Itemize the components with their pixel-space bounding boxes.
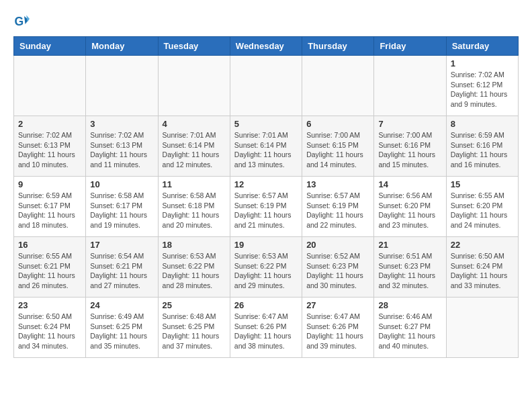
day-number: 13 [306, 179, 369, 189]
calendar-day-cell: 26Sunrise: 6:47 AM Sunset: 6:26 PM Dayli… [230, 298, 302, 358]
day-number: 17 [90, 240, 153, 250]
day-number: 15 [451, 179, 514, 189]
day-number: 3 [90, 119, 153, 129]
day-number: 25 [163, 300, 226, 310]
day-info: Sunrise: 7:01 AM Sunset: 6:14 PM Dayligh… [163, 130, 226, 170]
calendar-day-cell: 18Sunrise: 6:53 AM Sunset: 6:22 PM Dayli… [158, 237, 230, 298]
calendar-day-cell: 12Sunrise: 6:57 AM Sunset: 6:19 PM Dayli… [230, 177, 302, 237]
day-number: 28 [378, 300, 441, 310]
day-info: Sunrise: 6:51 AM Sunset: 6:23 PM Dayligh… [378, 251, 441, 291]
day-number: 26 [234, 300, 298, 310]
calendar-day-cell: 28Sunrise: 6:46 AM Sunset: 6:27 PM Dayli… [374, 298, 446, 358]
calendar-day-cell: 24Sunrise: 6:49 AM Sunset: 6:25 PM Dayli… [86, 298, 158, 358]
calendar-day-cell: 25Sunrise: 6:48 AM Sunset: 6:25 PM Dayli… [158, 298, 230, 358]
day-info: Sunrise: 7:02 AM Sunset: 6:12 PM Dayligh… [451, 70, 514, 109]
calendar-week-row: 16Sunrise: 6:55 AM Sunset: 6:21 PM Dayli… [14, 237, 519, 298]
day-number: 4 [163, 119, 226, 129]
day-number: 24 [90, 300, 153, 310]
day-info: Sunrise: 6:55 AM Sunset: 6:21 PM Dayligh… [18, 251, 81, 291]
calendar-table: SundayMondayTuesdayWednesdayThursdayFrid… [13, 36, 519, 358]
calendar-day-cell: 8Sunrise: 6:59 AM Sunset: 6:16 PM Daylig… [446, 116, 518, 177]
day-number: 2 [18, 119, 81, 129]
calendar-week-row: 9Sunrise: 6:59 AM Sunset: 6:17 PM Daylig… [14, 177, 519, 237]
calendar-day-cell: 7Sunrise: 7:00 AM Sunset: 6:16 PM Daylig… [374, 116, 446, 177]
day-of-week-header: Tuesday [158, 37, 230, 56]
day-info: Sunrise: 6:58 AM Sunset: 6:18 PM Dayligh… [163, 191, 226, 230]
calendar-day-cell: 27Sunrise: 6:47 AM Sunset: 6:26 PM Dayli… [302, 298, 374, 358]
calendar-day-cell: 19Sunrise: 6:53 AM Sunset: 6:22 PM Dayli… [230, 237, 302, 298]
day-number: 21 [378, 240, 441, 250]
calendar-day-cell: 2Sunrise: 7:02 AM Sunset: 6:13 PM Daylig… [14, 116, 86, 177]
calendar-day-cell: 5Sunrise: 7:01 AM Sunset: 6:14 PM Daylig… [230, 116, 302, 177]
day-info: Sunrise: 6:56 AM Sunset: 6:20 PM Dayligh… [378, 191, 441, 230]
day-number: 20 [306, 240, 369, 250]
logo: G [13, 13, 32, 30]
day-info: Sunrise: 6:59 AM Sunset: 6:17 PM Dayligh… [18, 191, 81, 230]
calendar-day-cell [446, 298, 518, 358]
day-number: 22 [451, 240, 514, 250]
calendar-day-cell: 11Sunrise: 6:58 AM Sunset: 6:18 PM Dayli… [158, 177, 230, 237]
day-info: Sunrise: 7:01 AM Sunset: 6:14 PM Dayligh… [234, 130, 298, 170]
calendar-day-cell [86, 56, 158, 116]
calendar-day-cell [374, 56, 446, 116]
day-number: 23 [18, 300, 81, 310]
day-info: Sunrise: 6:58 AM Sunset: 6:17 PM Dayligh… [90, 191, 153, 230]
day-info: Sunrise: 6:55 AM Sunset: 6:20 PM Dayligh… [451, 191, 514, 230]
calendar-day-cell: 15Sunrise: 6:55 AM Sunset: 6:20 PM Dayli… [446, 177, 518, 237]
day-of-week-header: Friday [374, 37, 446, 56]
day-of-week-header: Wednesday [230, 37, 302, 56]
day-number: 11 [163, 179, 226, 189]
day-number: 27 [306, 300, 369, 310]
calendar-day-cell: 14Sunrise: 6:56 AM Sunset: 6:20 PM Dayli… [374, 177, 446, 237]
day-info: Sunrise: 6:47 AM Sunset: 6:26 PM Dayligh… [234, 312, 298, 351]
day-info: Sunrise: 6:52 AM Sunset: 6:23 PM Dayligh… [306, 251, 369, 291]
day-info: Sunrise: 6:50 AM Sunset: 6:24 PM Dayligh… [451, 251, 514, 291]
day-info: Sunrise: 6:49 AM Sunset: 6:25 PM Dayligh… [90, 312, 153, 351]
day-info: Sunrise: 7:00 AM Sunset: 6:16 PM Dayligh… [378, 130, 441, 170]
day-info: Sunrise: 6:47 AM Sunset: 6:26 PM Dayligh… [306, 312, 369, 351]
calendar-day-cell: 16Sunrise: 6:55 AM Sunset: 6:21 PM Dayli… [14, 237, 86, 298]
day-info: Sunrise: 6:57 AM Sunset: 6:19 PM Dayligh… [306, 191, 369, 230]
calendar-day-cell [230, 56, 302, 116]
calendar-day-cell: 3Sunrise: 7:02 AM Sunset: 6:13 PM Daylig… [86, 116, 158, 177]
calendar-day-cell: 10Sunrise: 6:58 AM Sunset: 6:17 PM Dayli… [86, 177, 158, 237]
day-number: 18 [163, 240, 226, 250]
day-info: Sunrise: 6:53 AM Sunset: 6:22 PM Dayligh… [234, 251, 298, 291]
calendar-week-row: 1Sunrise: 7:02 AM Sunset: 6:12 PM Daylig… [14, 56, 519, 116]
page-header: G [13, 13, 519, 30]
calendar-day-cell: 6Sunrise: 7:00 AM Sunset: 6:15 PM Daylig… [302, 116, 374, 177]
day-number: 12 [234, 179, 298, 189]
day-number: 19 [234, 240, 298, 250]
calendar-day-cell: 22Sunrise: 6:50 AM Sunset: 6:24 PM Dayli… [446, 237, 518, 298]
day-number: 1 [451, 58, 514, 68]
day-number: 6 [306, 119, 369, 129]
calendar-week-row: 23Sunrise: 6:50 AM Sunset: 6:24 PM Dayli… [14, 298, 519, 358]
day-of-week-header: Thursday [302, 37, 374, 56]
day-info: Sunrise: 6:46 AM Sunset: 6:27 PM Dayligh… [378, 312, 441, 351]
day-info: Sunrise: 7:02 AM Sunset: 6:13 PM Dayligh… [90, 130, 153, 170]
day-number: 8 [451, 119, 514, 129]
calendar-day-cell: 17Sunrise: 6:54 AM Sunset: 6:21 PM Dayli… [86, 237, 158, 298]
calendar-day-cell [302, 56, 374, 116]
day-info: Sunrise: 6:50 AM Sunset: 6:24 PM Dayligh… [18, 312, 81, 351]
day-info: Sunrise: 6:57 AM Sunset: 6:19 PM Dayligh… [234, 191, 298, 230]
calendar-day-cell [158, 56, 230, 116]
calendar-day-cell: 1Sunrise: 7:02 AM Sunset: 6:12 PM Daylig… [446, 56, 518, 116]
day-number: 9 [18, 179, 81, 189]
day-of-week-header: Monday [86, 37, 158, 56]
day-info: Sunrise: 6:53 AM Sunset: 6:22 PM Dayligh… [163, 251, 226, 291]
calendar-day-cell [14, 56, 86, 116]
logo-icon: G [13, 13, 30, 30]
calendar-header-row: SundayMondayTuesdayWednesdayThursdayFrid… [14, 37, 519, 56]
calendar-day-cell: 9Sunrise: 6:59 AM Sunset: 6:17 PM Daylig… [14, 177, 86, 237]
day-info: Sunrise: 6:59 AM Sunset: 6:16 PM Dayligh… [451, 130, 514, 170]
day-number: 7 [378, 119, 441, 129]
day-info: Sunrise: 7:02 AM Sunset: 6:13 PM Dayligh… [18, 130, 81, 170]
day-number: 16 [18, 240, 81, 250]
day-info: Sunrise: 7:00 AM Sunset: 6:15 PM Dayligh… [306, 130, 369, 170]
calendar-day-cell: 20Sunrise: 6:52 AM Sunset: 6:23 PM Dayli… [302, 237, 374, 298]
svg-text:G: G [15, 15, 24, 28]
day-number: 10 [90, 179, 153, 189]
day-info: Sunrise: 6:48 AM Sunset: 6:25 PM Dayligh… [163, 312, 226, 351]
calendar-day-cell: 4Sunrise: 7:01 AM Sunset: 6:14 PM Daylig… [158, 116, 230, 177]
